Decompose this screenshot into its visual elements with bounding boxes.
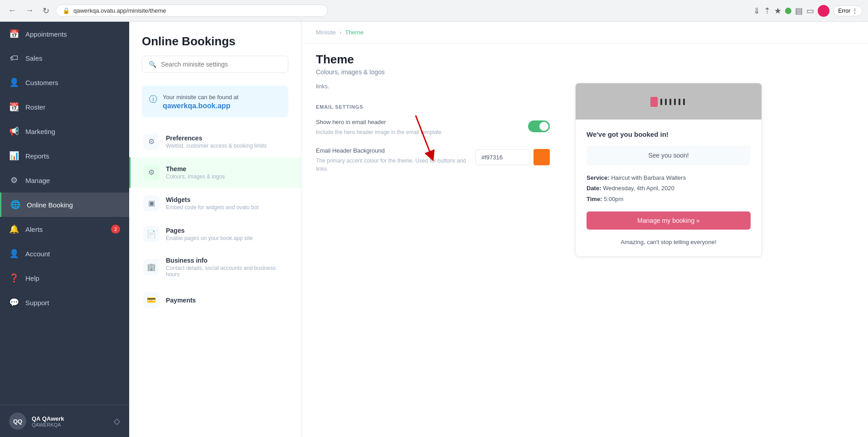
sidebar-item-customers[interactable]: 👤 Customers <box>0 70 129 95</box>
nav-item-business-info[interactable]: 🏢 Business info Contact details, social … <box>129 250 301 285</box>
preview-see-you-box: See you soon! <box>587 145 751 165</box>
preview-area: We've got you booked in! See you soon! S… <box>564 83 773 437</box>
sidebar-item-alerts[interactable]: 🔔 Alerts 2 <box>0 217 129 241</box>
url-text: qawerkqa.ovatu.app/minisite/theme <box>73 7 166 14</box>
sidebar-label-account: Account <box>25 250 50 258</box>
business-info-nav-icon: 🏢 <box>143 259 160 275</box>
share-icon[interactable]: ⇡ <box>764 6 771 16</box>
preview-card: We've got you booked in! See you soon! S… <box>575 83 762 257</box>
preview-booked-text: We've got you booked in! <box>587 130 751 138</box>
search-box[interactable]: 🔍 <box>142 56 288 73</box>
sidebar: 📅 Appointments 🏷 Sales 👤 Customers 📆 Ros… <box>0 22 129 437</box>
nav-item-theme[interactable]: ⚙ Theme Colours, images & logos <box>129 157 301 188</box>
business-info-content: Business info Contact details, social ac… <box>166 257 288 278</box>
payments-content: Payments <box>166 297 288 304</box>
sidebar-item-appointments[interactable]: 📅 Appointments <box>0 22 129 46</box>
customers-icon: 👤 <box>9 77 19 87</box>
top-text: links. <box>316 83 550 95</box>
theme-content: Theme Colours, images & logos <box>166 165 288 180</box>
help-icon: ❓ <box>9 273 19 283</box>
bg-field-desc: The primary accent colour for the theme.… <box>316 157 466 173</box>
sidebar-label-customers: Customers <box>25 79 58 86</box>
manage-booking-button[interactable]: Manage my booking » <box>587 211 751 230</box>
sidebar-item-roster[interactable]: 📆 Roster <box>0 95 129 119</box>
sidebar-label-online-booking: Online Booking <box>27 201 73 209</box>
preview-header-image <box>576 83 761 120</box>
preferences-nav-icon: ⚙ <box>143 134 160 150</box>
hero-field-row: Show hero in email header Include the he… <box>316 119 550 136</box>
sidebar-item-marketing[interactable]: 📢 Marketing <box>0 119 129 144</box>
widgets-nav-icon: ▣ <box>143 195 160 211</box>
preferences-sub: Waitlist, customer access & booking limi… <box>166 143 288 149</box>
hero-toggle[interactable] <box>528 120 550 132</box>
info-text: Your minisite can be found at <box>163 93 238 102</box>
user-sub: QAWERKQA <box>32 422 108 427</box>
user-settings-icon[interactable]: ◇ <box>114 416 120 426</box>
lock-icon: 🔒 <box>63 7 70 14</box>
time-value: 5:00pm <box>604 196 623 202</box>
sidebar-label-alerts: Alerts <box>25 226 43 233</box>
payments-nav-icon: 💳 <box>143 292 160 308</box>
address-bar[interactable]: 🔒 qawerkqa.ovatu.app/minisite/theme <box>56 5 328 17</box>
alerts-icon: 🔔 <box>9 224 19 234</box>
star-icon[interactable]: ★ <box>774 6 781 16</box>
email-settings-label: EMAIL SETTINGS <box>316 95 550 110</box>
avatar-icon[interactable] <box>818 5 829 17</box>
search-input[interactable] <box>161 61 281 68</box>
hero-field-block: Show hero in email header Include the he… <box>316 119 519 136</box>
svg-rect-2 <box>660 99 662 105</box>
sidebar-label-marketing: Marketing <box>25 128 55 135</box>
search-icon: 🔍 <box>149 61 156 68</box>
sidebar-item-manage[interactable]: ⚙ Manage <box>0 168 129 192</box>
sidebar-label-support: Support <box>25 299 49 307</box>
marketing-icon: 📢 <box>9 126 19 136</box>
forward-button[interactable]: → <box>23 4 36 17</box>
middle-panel-title: Online Bookings <box>142 34 288 48</box>
nav-item-pages[interactable]: 📄 Pages Enable pages on your book.app si… <box>129 219 301 250</box>
download-icon[interactable]: ⇓ <box>753 6 760 16</box>
online-booking-icon: 🌐 <box>10 200 20 210</box>
date-value: Wednesday, 4th April, 2020 <box>603 185 674 192</box>
nav-item-payments[interactable]: 💳 Payments <box>129 285 301 316</box>
time-label: Time: <box>587 196 602 202</box>
manage-icon: ⚙ <box>9 175 19 185</box>
nav-item-widgets[interactable]: ▣ Widgets Embed code for widgets and ova… <box>129 188 301 219</box>
sidebar-item-account[interactable]: 👤 Account <box>0 241 129 266</box>
reload-button[interactable]: ↻ <box>40 4 52 18</box>
info-icon: ⓘ <box>149 94 157 105</box>
page-subtitle: Colours, images & logos <box>316 68 853 76</box>
service-value: Haircut with Barbara Walters <box>611 174 686 181</box>
sidebar-toggle-icon[interactable]: ▭ <box>806 6 814 16</box>
color-swatch[interactable] <box>533 149 550 165</box>
app-container: 📅 Appointments 🏷 Sales 👤 Customers 📆 Ros… <box>0 0 868 437</box>
sidebar-label-sales: Sales <box>25 54 43 62</box>
sidebar-item-sales[interactable]: 🏷 Sales <box>0 46 129 70</box>
browser-actions: ⇓ ⇡ ★ ▤ ▭ Error ⋮ <box>753 5 863 17</box>
error-button[interactable]: Error ⋮ <box>833 5 863 16</box>
preview-details: Service: Haircut with Barbara Walters Da… <box>587 173 751 204</box>
sidebar-item-online-booking[interactable]: 🌐 Online Booking <box>0 192 129 217</box>
pages-content: Pages Enable pages on your book.app site <box>166 227 288 241</box>
bg-field-block: Email Header Background The primary acce… <box>316 147 466 173</box>
sidebar-item-support[interactable]: 💬 Support <box>0 290 129 315</box>
extension-icon[interactable]: ▤ <box>795 6 803 16</box>
back-button[interactable]: ← <box>5 4 19 17</box>
color-text-input[interactable] <box>475 149 530 165</box>
sidebar-item-reports[interactable]: 📊 Reports <box>0 144 129 168</box>
info-banner: ⓘ Your minisite can be found at qawerkqa… <box>142 86 288 117</box>
sidebar-label-manage: Manage <box>25 177 50 184</box>
color-input-container <box>475 147 550 173</box>
nav-item-preferences[interactable]: ⚙ Preferences Waitlist, customer access … <box>129 126 301 157</box>
form-area: links. EMAIL SETTINGS Show hero in email… <box>301 83 564 437</box>
hero-field-desc: Include the hero header image in the ema… <box>316 128 519 136</box>
breadcrumb-current: Theme <box>345 29 363 36</box>
roster-icon: 📆 <box>9 102 19 112</box>
sidebar-label-appointments: Appointments <box>25 30 67 38</box>
sidebar-item-help[interactable]: ❓ Help <box>0 266 129 290</box>
breadcrumb-parent[interactable]: Minisite <box>316 29 336 36</box>
main-content: Minisite › Theme Theme Colours, images &… <box>301 22 868 437</box>
minisite-link[interactable]: qawerkqa.book.app <box>163 102 230 110</box>
theme-sub: Colours, images & logos <box>166 173 288 180</box>
svg-rect-1 <box>650 97 658 107</box>
sidebar-label-roster: Roster <box>25 103 45 111</box>
